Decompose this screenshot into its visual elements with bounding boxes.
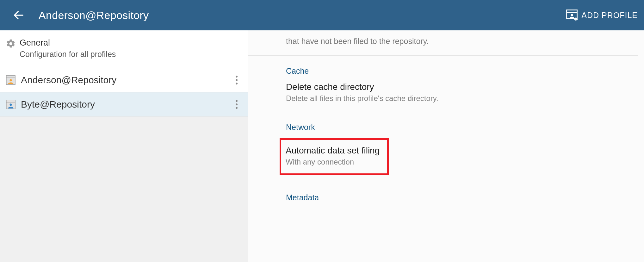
add-profile-button[interactable]: ADD PROFILE — [565, 8, 638, 22]
profile-more-button[interactable] — [230, 75, 243, 85]
more-vertical-icon — [235, 75, 238, 85]
setting-title: Delete cache directory — [286, 82, 638, 92]
svg-point-10 — [236, 79, 238, 81]
svg-point-16 — [236, 103, 238, 105]
general-settings-item[interactable]: General Configuration for all profiles — [0, 30, 248, 68]
more-vertical-icon — [235, 100, 238, 109]
automatic-filing-item[interactable]: Automatic data set filing With any conne… — [286, 146, 384, 166]
profile-list-panel: General Configuration for all profiles A… — [0, 30, 248, 262]
general-subtitle: Configuration for all profiles — [20, 50, 116, 59]
profile-label: Anderson@Repository — [21, 75, 230, 85]
general-title: General — [20, 38, 116, 48]
setting-subtitle: Delete all files in this profile's cache… — [286, 94, 638, 103]
profile-more-button[interactable] — [230, 100, 243, 109]
svg-point-3 — [571, 14, 573, 16]
profile-label: Byte@Repository — [21, 99, 230, 110]
section-heading-cache: Cache — [286, 56, 638, 82]
gear-icon — [5, 38, 16, 49]
back-button[interactable] — [8, 4, 30, 26]
profile-item-byte[interactable]: Byte@Repository — [0, 92, 248, 117]
setting-title: Automatic data set filing — [286, 146, 384, 156]
svg-point-8 — [9, 79, 12, 81]
app-header: Anderson@Repository ADD PROFILE — [0, 0, 644, 30]
svg-point-11 — [236, 83, 238, 84]
setting-subtitle: With any connection — [286, 158, 384, 166]
section-heading-metadata: Metadata — [286, 182, 638, 209]
truncated-description: that have not been filed to the reposito… — [286, 30, 638, 55]
add-profile-label: ADD PROFILE — [581, 11, 638, 20]
svg-point-14 — [9, 103, 12, 106]
profile-item-anderson[interactable]: Anderson@Repository — [0, 68, 248, 92]
svg-point-15 — [236, 100, 238, 102]
add-profile-icon — [565, 8, 579, 22]
page-title: Anderson@Repository — [39, 9, 149, 22]
section-heading-network: Network — [286, 112, 638, 138]
svg-point-17 — [236, 107, 238, 109]
profile-icon — [5, 74, 16, 86]
profile-icon — [5, 99, 16, 110]
settings-detail-panel: that have not been filed to the reposito… — [248, 30, 644, 262]
highlight-annotation: Automatic data set filing With any conne… — [280, 138, 389, 175]
svg-point-9 — [236, 76, 238, 78]
arrow-left-icon — [12, 9, 25, 22]
delete-cache-item[interactable]: Delete cache directory Delete all files … — [286, 82, 638, 112]
